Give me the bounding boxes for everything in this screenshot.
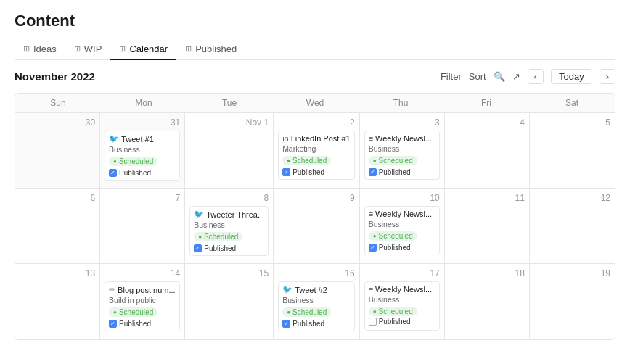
published-badge: ✓ Published — [369, 244, 411, 252]
cal-cell-nov1: Nov 1 — [185, 113, 274, 189]
twitter-icon: 🐦 — [109, 134, 119, 144]
event-title: 🐦 Tweet #1 — [109, 134, 176, 144]
day-number: 9 — [278, 193, 355, 203]
page-title: Content — [15, 12, 615, 30]
today-button[interactable]: Today — [551, 69, 592, 84]
published-badge: ✓ Published — [282, 320, 324, 328]
event-title: 🐦 Tweet #2 — [282, 285, 351, 294]
check-icon: ✓ — [109, 320, 117, 328]
more-icon[interactable]: ↗ — [512, 71, 520, 82]
published-badge: ✓ Published — [109, 320, 151, 328]
day-number: 5 — [534, 117, 610, 128]
day-number: 10 — [364, 193, 440, 203]
weekday-fri: Fri — [443, 94, 529, 112]
linkedin-icon: in — [282, 134, 289, 143]
event-category: Build in public — [109, 296, 176, 305]
day-number: 17 — [364, 268, 440, 278]
day-number: 4 — [449, 117, 525, 128]
event-linkedin1[interactable]: in LinkedIn Post #1 Marketing Scheduled … — [278, 131, 355, 180]
event-tweeter-thread[interactable]: 🐦 Tweeter Threa... Business Scheduled ✓ … — [189, 206, 269, 256]
cal-cell-8: 8 🐦 Tweeter Threa... Business Scheduled … — [185, 189, 274, 264]
event-newsletter1[interactable]: ≡ Weekly Newsl... Business Scheduled ✓ P… — [364, 131, 440, 180]
filter-button[interactable]: Filter — [441, 71, 462, 82]
check-icon: ✓ — [369, 244, 377, 252]
prev-button[interactable]: ‹ — [528, 69, 544, 84]
day-number: 13 — [20, 268, 95, 278]
scheduled-badge: Scheduled — [282, 156, 331, 165]
scheduled-badge: Scheduled — [194, 232, 242, 241]
event-title: in LinkedIn Post #1 — [282, 134, 351, 143]
event-category: Business — [369, 144, 435, 153]
event-title: ✏ Blog post num... — [109, 285, 176, 294]
event-tweet2[interactable]: 🐦 Tweet #2 Business Scheduled ✓ Publishe… — [278, 281, 355, 331]
sort-button[interactable]: Sort — [469, 71, 486, 82]
app-container: Content ⊞ Ideas ⊞ WIP ⊞ Calendar ⊞ Publi… — [0, 0, 630, 352]
weekday-thu: Thu — [358, 94, 443, 112]
event-category: Marketing — [282, 144, 351, 153]
event-title: ≡ Weekly Newsl... — [369, 285, 435, 294]
cal-cell-16: 16 🐦 Tweet #2 Business Scheduled ✓ Publi… — [274, 264, 360, 339]
cal-cell-2: 2 in LinkedIn Post #1 Marketing Schedule… — [274, 113, 360, 189]
wip-icon: ⊞ — [74, 44, 81, 54]
day-number: 16 — [278, 268, 355, 278]
published-badge: Published — [369, 318, 411, 326]
day-number: 6 — [20, 193, 95, 203]
cal-cell-9: 9 — [274, 189, 360, 264]
event-newsletter2[interactable]: ≡ Weekly Newsl... Business Scheduled ✓ P… — [364, 206, 440, 255]
event-category: Business — [369, 220, 435, 228]
check-icon: ✓ — [282, 168, 290, 176]
tab-published[interactable]: ⊞ Published — [176, 39, 245, 60]
blog-icon: ✏ — [109, 285, 115, 294]
day-number: 19 — [534, 268, 610, 278]
next-button[interactable]: › — [600, 69, 615, 84]
day-number: 12 — [534, 193, 610, 203]
tab-bar: ⊞ Ideas ⊞ WIP ⊞ Calendar ⊞ Published — [15, 39, 615, 60]
day-number: 14 — [105, 268, 180, 278]
check-icon: ✓ — [109, 169, 117, 177]
event-category: Business — [194, 220, 264, 229]
event-category: Business — [369, 295, 435, 304]
ideas-icon: ⊞ — [23, 44, 30, 54]
cal-cell-18: 18 — [445, 264, 530, 339]
day-number: 18 — [449, 268, 525, 278]
search-icon[interactable]: 🔍 — [494, 71, 505, 82]
tab-wip[interactable]: ⊞ WIP — [65, 39, 111, 60]
cal-cell-12: 12 — [530, 189, 615, 264]
weekday-sat: Sat — [529, 94, 615, 112]
day-number: 30 — [20, 117, 95, 128]
event-blog[interactable]: ✏ Blog post num... Build in public Sched… — [105, 281, 180, 331]
event-tweet1[interactable]: 🐦 Tweet #1 Business Scheduled ✓ Publishe… — [105, 131, 180, 181]
scheduled-badge: Scheduled — [109, 157, 158, 166]
cal-cell-14: 14 ✏ Blog post num... Build in public Sc… — [100, 264, 185, 339]
cal-cell-4: 4 — [445, 113, 530, 189]
check-empty-icon — [369, 318, 377, 326]
event-category: Business — [109, 145, 176, 154]
weekday-tue: Tue — [187, 94, 272, 112]
check-icon: ✓ — [194, 244, 202, 252]
today-badge: 17 — [430, 268, 439, 278]
event-title: ≡ Weekly Newsl... — [369, 210, 435, 218]
cal-cell-3: 3 ≡ Weekly Newsl... Business Scheduled ✓… — [360, 113, 445, 189]
newsletter-icon: ≡ — [369, 210, 373, 218]
day-number: 2 — [278, 117, 355, 128]
calendar-icon: ⊞ — [119, 44, 126, 54]
calendar-header: Sun Mon Tue Wed Thu Fri Sat — [15, 94, 615, 113]
calendar-grid: 30 31 🐦 Tweet #1 Business Scheduled ✓ Pu… — [15, 113, 615, 339]
cal-cell-31: 31 🐦 Tweet #1 Business Scheduled ✓ Publi… — [100, 113, 185, 189]
scheduled-badge: Scheduled — [369, 307, 417, 316]
cal-cell-11: 11 — [445, 189, 530, 264]
toolbar-right: Filter Sort 🔍 ↗ ‹ Today › — [441, 69, 615, 84]
published-icon: ⊞ — [185, 44, 192, 54]
tab-ideas[interactable]: ⊞ Ideas — [15, 39, 65, 60]
check-icon: ✓ — [282, 320, 290, 328]
cal-cell-6: 6 — [15, 189, 100, 264]
day-number: 11 — [449, 193, 525, 203]
scheduled-badge: Scheduled — [369, 156, 417, 165]
tab-calendar[interactable]: ⊞ Calendar — [110, 39, 176, 60]
newsletter-icon: ≡ — [369, 285, 373, 294]
published-badge: ✓ Published — [109, 169, 151, 177]
twitter-icon: 🐦 — [194, 210, 204, 219]
weekday-mon: Mon — [101, 94, 187, 112]
event-title: ≡ Weekly Newsl... — [369, 134, 435, 143]
event-newsletter3[interactable]: ≡ Weekly Newsl... Business Scheduled Pub… — [364, 281, 440, 331]
